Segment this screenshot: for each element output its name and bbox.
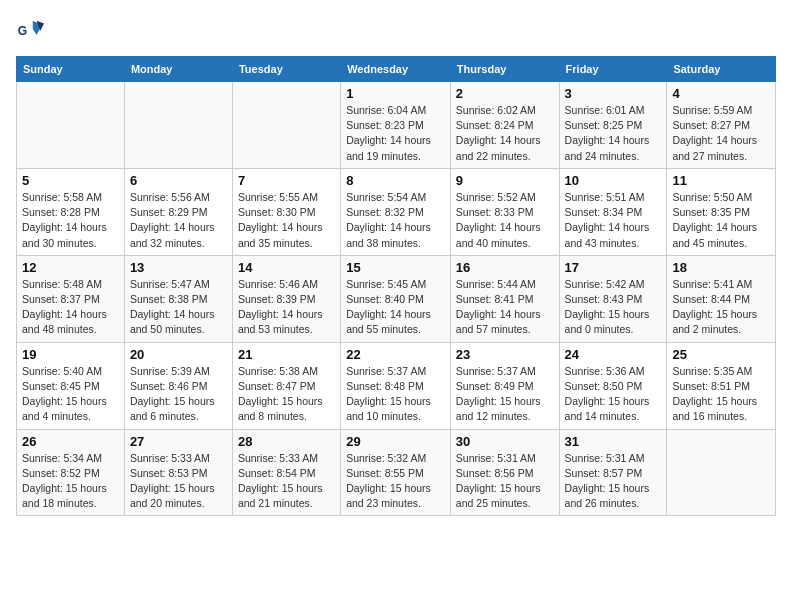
calendar-cell (17, 82, 125, 169)
day-number: 19 (22, 347, 119, 362)
weekday-header-saturday: Saturday (667, 57, 776, 82)
svg-text:G: G (18, 24, 27, 38)
day-info: Sunrise: 5:40 AMSunset: 8:45 PMDaylight:… (22, 364, 119, 425)
calendar-cell: 11Sunrise: 5:50 AMSunset: 8:35 PMDayligh… (667, 168, 776, 255)
calendar-cell: 21Sunrise: 5:38 AMSunset: 8:47 PMDayligh… (232, 342, 340, 429)
day-number: 14 (238, 260, 335, 275)
day-number: 18 (672, 260, 770, 275)
day-number: 12 (22, 260, 119, 275)
calendar-cell: 12Sunrise: 5:48 AMSunset: 8:37 PMDayligh… (17, 255, 125, 342)
weekday-header-wednesday: Wednesday (341, 57, 451, 82)
day-number: 9 (456, 173, 554, 188)
calendar-cell: 31Sunrise: 5:31 AMSunset: 8:57 PMDayligh… (559, 429, 667, 516)
day-info: Sunrise: 5:51 AMSunset: 8:34 PMDaylight:… (565, 190, 662, 251)
day-number: 11 (672, 173, 770, 188)
weekday-header-monday: Monday (124, 57, 232, 82)
day-number: 15 (346, 260, 445, 275)
calendar-cell (667, 429, 776, 516)
day-info: Sunrise: 5:32 AMSunset: 8:55 PMDaylight:… (346, 451, 445, 512)
day-info: Sunrise: 6:02 AMSunset: 8:24 PMDaylight:… (456, 103, 554, 164)
calendar-cell: 27Sunrise: 5:33 AMSunset: 8:53 PMDayligh… (124, 429, 232, 516)
day-info: Sunrise: 5:50 AMSunset: 8:35 PMDaylight:… (672, 190, 770, 251)
day-info: Sunrise: 5:33 AMSunset: 8:53 PMDaylight:… (130, 451, 227, 512)
day-info: Sunrise: 5:52 AMSunset: 8:33 PMDaylight:… (456, 190, 554, 251)
calendar-cell (232, 82, 340, 169)
day-info: Sunrise: 5:58 AMSunset: 8:28 PMDaylight:… (22, 190, 119, 251)
day-number: 27 (130, 434, 227, 449)
day-info: Sunrise: 5:33 AMSunset: 8:54 PMDaylight:… (238, 451, 335, 512)
day-number: 21 (238, 347, 335, 362)
calendar-cell: 18Sunrise: 5:41 AMSunset: 8:44 PMDayligh… (667, 255, 776, 342)
day-info: Sunrise: 5:45 AMSunset: 8:40 PMDaylight:… (346, 277, 445, 338)
day-number: 4 (672, 86, 770, 101)
day-info: Sunrise: 5:37 AMSunset: 8:48 PMDaylight:… (346, 364, 445, 425)
day-info: Sunrise: 5:31 AMSunset: 8:57 PMDaylight:… (565, 451, 662, 512)
calendar-table: SundayMondayTuesdayWednesdayThursdayFrid… (16, 56, 776, 516)
day-number: 1 (346, 86, 445, 101)
calendar-cell: 17Sunrise: 5:42 AMSunset: 8:43 PMDayligh… (559, 255, 667, 342)
day-info: Sunrise: 5:47 AMSunset: 8:38 PMDaylight:… (130, 277, 227, 338)
calendar-cell: 6Sunrise: 5:56 AMSunset: 8:29 PMDaylight… (124, 168, 232, 255)
calendar-cell: 19Sunrise: 5:40 AMSunset: 8:45 PMDayligh… (17, 342, 125, 429)
calendar-cell: 26Sunrise: 5:34 AMSunset: 8:52 PMDayligh… (17, 429, 125, 516)
day-number: 30 (456, 434, 554, 449)
calendar-cell: 8Sunrise: 5:54 AMSunset: 8:32 PMDaylight… (341, 168, 451, 255)
day-number: 23 (456, 347, 554, 362)
calendar-cell: 5Sunrise: 5:58 AMSunset: 8:28 PMDaylight… (17, 168, 125, 255)
calendar-week-4: 19Sunrise: 5:40 AMSunset: 8:45 PMDayligh… (17, 342, 776, 429)
day-info: Sunrise: 5:34 AMSunset: 8:52 PMDaylight:… (22, 451, 119, 512)
calendar-cell: 9Sunrise: 5:52 AMSunset: 8:33 PMDaylight… (450, 168, 559, 255)
calendar-cell: 14Sunrise: 5:46 AMSunset: 8:39 PMDayligh… (232, 255, 340, 342)
calendar-week-2: 5Sunrise: 5:58 AMSunset: 8:28 PMDaylight… (17, 168, 776, 255)
weekday-header-friday: Friday (559, 57, 667, 82)
day-info: Sunrise: 6:01 AMSunset: 8:25 PMDaylight:… (565, 103, 662, 164)
day-info: Sunrise: 5:56 AMSunset: 8:29 PMDaylight:… (130, 190, 227, 251)
calendar-cell: 23Sunrise: 5:37 AMSunset: 8:49 PMDayligh… (450, 342, 559, 429)
day-number: 22 (346, 347, 445, 362)
weekday-header-sunday: Sunday (17, 57, 125, 82)
calendar-cell: 13Sunrise: 5:47 AMSunset: 8:38 PMDayligh… (124, 255, 232, 342)
day-number: 29 (346, 434, 445, 449)
day-number: 5 (22, 173, 119, 188)
day-info: Sunrise: 5:55 AMSunset: 8:30 PMDaylight:… (238, 190, 335, 251)
calendar-cell (124, 82, 232, 169)
calendar-cell: 1Sunrise: 6:04 AMSunset: 8:23 PMDaylight… (341, 82, 451, 169)
day-info: Sunrise: 5:35 AMSunset: 8:51 PMDaylight:… (672, 364, 770, 425)
calendar-cell: 7Sunrise: 5:55 AMSunset: 8:30 PMDaylight… (232, 168, 340, 255)
day-number: 25 (672, 347, 770, 362)
day-number: 26 (22, 434, 119, 449)
day-number: 13 (130, 260, 227, 275)
weekday-header-thursday: Thursday (450, 57, 559, 82)
calendar-cell: 30Sunrise: 5:31 AMSunset: 8:56 PMDayligh… (450, 429, 559, 516)
day-number: 28 (238, 434, 335, 449)
calendar-cell: 2Sunrise: 6:02 AMSunset: 8:24 PMDaylight… (450, 82, 559, 169)
day-number: 24 (565, 347, 662, 362)
calendar-cell: 3Sunrise: 6:01 AMSunset: 8:25 PMDaylight… (559, 82, 667, 169)
weekday-header-row: SundayMondayTuesdayWednesdayThursdayFrid… (17, 57, 776, 82)
day-info: Sunrise: 5:36 AMSunset: 8:50 PMDaylight:… (565, 364, 662, 425)
weekday-header-tuesday: Tuesday (232, 57, 340, 82)
calendar-week-5: 26Sunrise: 5:34 AMSunset: 8:52 PMDayligh… (17, 429, 776, 516)
day-info: Sunrise: 5:44 AMSunset: 8:41 PMDaylight:… (456, 277, 554, 338)
calendar-cell: 24Sunrise: 5:36 AMSunset: 8:50 PMDayligh… (559, 342, 667, 429)
day-info: Sunrise: 5:46 AMSunset: 8:39 PMDaylight:… (238, 277, 335, 338)
day-info: Sunrise: 5:54 AMSunset: 8:32 PMDaylight:… (346, 190, 445, 251)
calendar-week-3: 12Sunrise: 5:48 AMSunset: 8:37 PMDayligh… (17, 255, 776, 342)
day-info: Sunrise: 5:42 AMSunset: 8:43 PMDaylight:… (565, 277, 662, 338)
calendar-cell: 25Sunrise: 5:35 AMSunset: 8:51 PMDayligh… (667, 342, 776, 429)
calendar-cell: 16Sunrise: 5:44 AMSunset: 8:41 PMDayligh… (450, 255, 559, 342)
day-number: 10 (565, 173, 662, 188)
calendar-cell: 4Sunrise: 5:59 AMSunset: 8:27 PMDaylight… (667, 82, 776, 169)
page-header: G (16, 16, 776, 44)
calendar-cell: 20Sunrise: 5:39 AMSunset: 8:46 PMDayligh… (124, 342, 232, 429)
calendar-cell: 22Sunrise: 5:37 AMSunset: 8:48 PMDayligh… (341, 342, 451, 429)
day-info: Sunrise: 5:48 AMSunset: 8:37 PMDaylight:… (22, 277, 119, 338)
calendar-week-1: 1Sunrise: 6:04 AMSunset: 8:23 PMDaylight… (17, 82, 776, 169)
logo-icon: G (16, 16, 44, 44)
day-info: Sunrise: 5:59 AMSunset: 8:27 PMDaylight:… (672, 103, 770, 164)
day-number: 20 (130, 347, 227, 362)
day-info: Sunrise: 6:04 AMSunset: 8:23 PMDaylight:… (346, 103, 445, 164)
day-info: Sunrise: 5:39 AMSunset: 8:46 PMDaylight:… (130, 364, 227, 425)
day-number: 7 (238, 173, 335, 188)
day-number: 6 (130, 173, 227, 188)
